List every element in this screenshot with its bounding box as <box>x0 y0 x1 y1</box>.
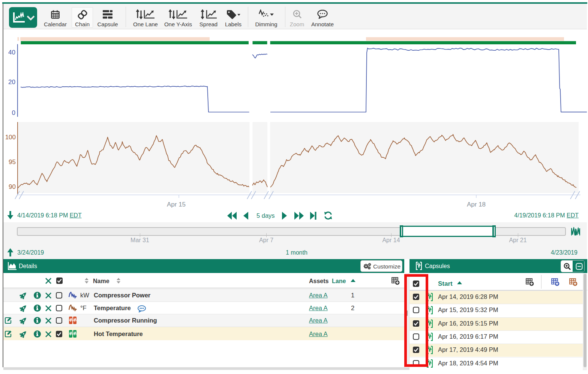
svg-text:90: 90 <box>9 183 16 190</box>
svg-text:40: 40 <box>8 49 15 56</box>
svg-text:0: 0 <box>12 109 15 116</box>
svg-text:Apr 15: Apr 15 <box>167 201 186 208</box>
svg-text:20: 20 <box>8 78 15 86</box>
svg-text:100: 100 <box>5 134 16 141</box>
svg-text:Apr 18: Apr 18 <box>467 201 486 208</box>
svg-text:95: 95 <box>9 158 16 166</box>
